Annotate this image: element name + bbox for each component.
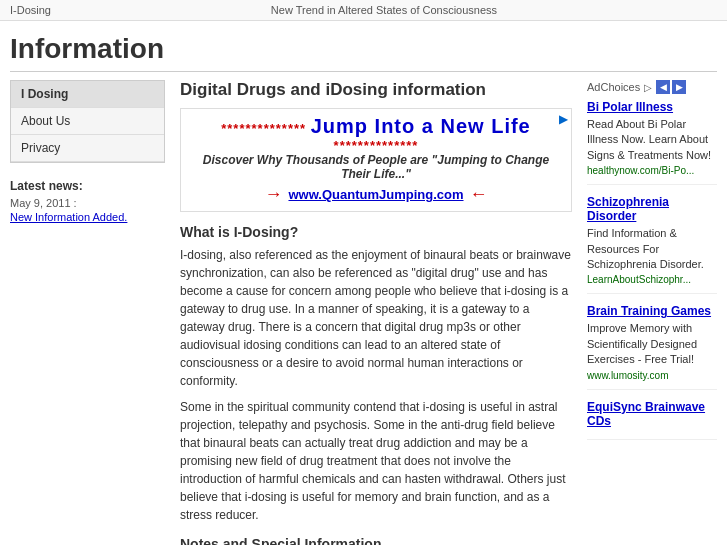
ad-url[interactable]: www.QuantumJumping.com xyxy=(288,187,463,202)
sidebar-item-about[interactable]: About Us xyxy=(11,108,164,135)
ad-nav-next[interactable]: ▶ xyxy=(672,80,686,94)
ad-stars-left: ************** xyxy=(221,121,310,136)
top-bar: I-Dosing New Trend in Altered States of … xyxy=(0,0,727,21)
section2-heading: Notes and Special Information xyxy=(180,536,572,545)
ad-title-1[interactable]: Schizophrenia Disorder xyxy=(587,195,717,223)
ad-text-2: Improve Memory with Scientifically Desig… xyxy=(587,321,717,367)
sidebar-item-privacy[interactable]: Privacy xyxy=(11,135,164,162)
ad-title-0[interactable]: Bi Polar Illness xyxy=(587,100,717,114)
page-title: Information xyxy=(10,33,717,72)
ad-jump-text: Jump Into a New Life xyxy=(311,115,531,137)
content-title: Digital Drugs and iDosing information xyxy=(180,80,572,100)
sidebar: I Dosing About Us Privacy Latest news: M… xyxy=(10,80,165,545)
ads-column: AdChoices ▷ ◀ ▶ Bi Polar Illness Read Ab… xyxy=(587,80,717,545)
ad-choices-triangle: ▷ xyxy=(644,82,652,93)
ad-choices-icon: ▶ xyxy=(559,113,567,126)
sidebar-latest: Latest news: May 9, 2011 : New Informati… xyxy=(10,173,165,229)
ad-stars-right: ************** xyxy=(334,138,419,153)
ad-block-0: Bi Polar Illness Read About Bi Polar Ill… xyxy=(587,100,717,185)
ad-url-1[interactable]: LearnAboutSchizophr... xyxy=(587,274,717,285)
section1-para1: I-dosing, also referenced as the enjoyme… xyxy=(180,246,572,390)
ad-title-3[interactable]: EquiSync Brainwave CDs xyxy=(587,400,717,428)
ad-banner: ▶ ************** Jump Into a New Life **… xyxy=(180,108,572,212)
ad-sub-text: Discover Why Thousands of People are "Ju… xyxy=(189,153,563,181)
ad-url-line: → www.QuantumJumping.com ← xyxy=(189,184,563,205)
ad-choices-header: AdChoices ▷ ◀ ▶ xyxy=(587,80,717,94)
arrow-right-icon: → xyxy=(264,184,282,205)
ad-nav-prev[interactable]: ◀ xyxy=(656,80,670,94)
ad-block-2: Brain Training Games Improve Memory with… xyxy=(587,304,717,389)
ad-title-2[interactable]: Brain Training Games xyxy=(587,304,717,318)
top-bar-center: New Trend in Altered States of Conscious… xyxy=(271,4,497,16)
ad-choices-label: AdChoices xyxy=(587,81,640,93)
section1-heading: What is I-Dosing? xyxy=(180,224,572,240)
ad-block-1: Schizophrenia Disorder Find Information … xyxy=(587,195,717,294)
arrow-left-icon: ← xyxy=(470,184,488,205)
ad-block-3: EquiSync Brainwave CDs xyxy=(587,400,717,440)
ad-url-2[interactable]: www.lumosity.com xyxy=(587,370,717,381)
ad-text-1: Find Information & Resources For Schizop… xyxy=(587,226,717,272)
ad-line1: ************** Jump Into a New Life ****… xyxy=(189,115,563,153)
page-title-section: Information xyxy=(0,21,727,80)
sidebar-latest-link[interactable]: New Information Added. xyxy=(10,211,165,223)
section1-para2: Some in the spiritual community contend … xyxy=(180,398,572,524)
ad-url-0[interactable]: healthynow.com/Bi-Po... xyxy=(587,165,717,176)
ad-text-0: Read About Bi Polar Illness Now. Learn A… xyxy=(587,117,717,163)
content-area: Digital Drugs and iDosing information ▶ … xyxy=(175,80,577,545)
sidebar-item-idosing[interactable]: I Dosing xyxy=(11,81,164,108)
sidebar-latest-date: May 9, 2011 : xyxy=(10,197,165,209)
main-layout: I Dosing About Us Privacy Latest news: M… xyxy=(0,80,727,545)
top-bar-left: I-Dosing xyxy=(10,4,51,16)
sidebar-nav: I Dosing About Us Privacy xyxy=(10,80,165,163)
ad-choices-nav: ◀ ▶ xyxy=(656,80,686,94)
sidebar-latest-title: Latest news: xyxy=(10,179,165,193)
